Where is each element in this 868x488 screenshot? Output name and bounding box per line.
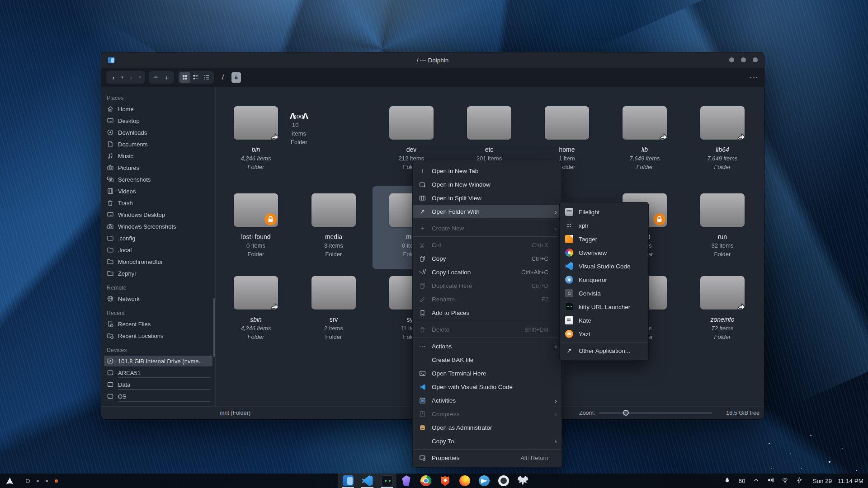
context-menu-item[interactable]: + Create New › [413, 221, 561, 235]
folder-item[interactable]: ΛΛ sbin 4,246 items Folder [217, 269, 295, 359]
back-history-dropdown[interactable]: ▾ [119, 72, 126, 83]
close-button[interactable] [753, 57, 758, 62]
sidebar-item[interactable]: Windows Desktop [101, 209, 215, 221]
folder-item[interactable]: ΛΛ media 3 items Folder [295, 186, 373, 269]
submenu-item[interactable]: Yazi [560, 327, 648, 341]
context-menu-item[interactable]: Open with Visual Studio Code [413, 380, 561, 394]
context-menu-item[interactable]: Cut Ctrl+X [413, 238, 561, 252]
desktop-indicator-current[interactable] [26, 479, 30, 483]
context-menu-item[interactable]: Create BAK file [413, 353, 561, 366]
virtual-desktop-pager[interactable] [26, 479, 58, 483]
context-menu-item[interactable]: Open in New Window [413, 178, 561, 191]
context-menu-item[interactable]: Delete Shift+Del [413, 323, 561, 336]
device-item[interactable]: AREA51 [101, 367, 215, 379]
titlebar[interactable]: / — Dolphin [101, 52, 764, 68]
zoom-slider[interactable] [599, 413, 712, 413]
taskbar-app[interactable] [494, 474, 513, 488]
folder-item[interactable]: ΛΛ lib64 7,649 items Folder [684, 99, 761, 186]
context-menu-item[interactable]: Add to Places [413, 306, 561, 319]
submenu-item[interactable]: Konqueror [560, 273, 648, 286]
submenu-item[interactable]: Tagger [560, 232, 648, 246]
volume-icon[interactable] [767, 477, 774, 485]
context-menu-item[interactable]: Open in Split View [413, 191, 561, 205]
taskbar-app[interactable] [513, 474, 533, 488]
new-button[interactable]: + [161, 72, 172, 83]
sidebar-item[interactable]: Zephyr [101, 267, 215, 279]
locked-location-icon[interactable] [231, 72, 241, 83]
context-menu-item[interactable]: + Open in New Tab [413, 164, 561, 178]
submenu-item[interactable]: Kate [560, 314, 648, 327]
folder-item[interactable]: ΛΛ boot 10 items Folder [295, 99, 303, 108]
submenu-item[interactable]: Cervisia [560, 286, 648, 300]
taskbar-app[interactable] [455, 474, 474, 488]
context-menu-item[interactable]: Copy Ctrl+C [413, 252, 561, 265]
submenu-item[interactable]: Other Application... [560, 344, 648, 357]
wifi-icon[interactable] [782, 477, 788, 485]
sidebar-item[interactable]: Recent Locations [101, 330, 215, 342]
desktop-indicator-alert[interactable] [55, 479, 58, 483]
taskbar-app[interactable] [358, 474, 377, 488]
context-menu-item[interactable]: ··· Actions › [413, 339, 561, 353]
maximize-button[interactable] [741, 57, 746, 62]
sidebar-item[interactable]: Videos [101, 185, 215, 197]
taskbar-app[interactable] [435, 474, 455, 488]
sidebar-item[interactable]: .config [101, 232, 215, 244]
submenu-item[interactable]: Filelight [560, 205, 648, 219]
sidebar-item[interactable]: Home [101, 103, 215, 115]
sidebar-item[interactable]: Pictures [101, 162, 215, 174]
folder-item[interactable]: ΛΛ srv 2 items Folder [295, 269, 373, 359]
device-item[interactable]: Data [101, 379, 215, 390]
context-menu-item[interactable]: Open Terminal Here [413, 366, 561, 380]
context-menu-item[interactable]: Activities › [413, 394, 561, 407]
context-menu-item[interactable]: Rename... F2 [413, 292, 561, 306]
desktop-indicator[interactable] [37, 480, 39, 482]
submenu-item[interactable]: kitty URL Launcher [560, 300, 648, 314]
up-button[interactable] [151, 72, 161, 83]
list-view-button[interactable] [201, 72, 212, 83]
app-launcher-arch-icon[interactable] [5, 477, 14, 485]
taskbar-app[interactable] [377, 474, 396, 488]
sidebar-item[interactable]: Downloads [101, 127, 215, 138]
device-item[interactable]: 101.8 GiB Internal Drive (nvme... [101, 355, 215, 367]
sidebar-item[interactable]: Music [101, 150, 215, 162]
zoom-slider-knob[interactable] [623, 410, 629, 416]
breadcrumb-path[interactable]: / [222, 74, 224, 81]
taskbar-app[interactable] [474, 474, 494, 488]
folder-item[interactable]: ΛΛ lost+found 0 items Folder [217, 186, 295, 269]
back-button[interactable]: ‹ [108, 72, 119, 83]
context-menu-item[interactable]: Copy To › [413, 434, 561, 448]
sidebar-item[interactable]: Windows Screenshots [101, 221, 215, 232]
sidebar-item[interactable]: Documents [101, 138, 215, 150]
folder-item[interactable]: ΛΛ lib 7,649 items Folder [606, 99, 684, 186]
device-item[interactable]: OS [101, 390, 215, 402]
sidebar-item[interactable]: Screenshots [101, 174, 215, 185]
folder-item[interactable]: ΛΛ run 32 items Folder [684, 186, 761, 269]
forward-history-dropdown[interactable]: ▾ [137, 72, 143, 83]
submenu-item[interactable]: Gwenview [560, 246, 648, 259]
sidebar-item[interactable]: Trash [101, 197, 215, 209]
clock[interactable]: Sun 29 11:14 PM [812, 478, 863, 484]
sidebar-scrollbar[interactable] [213, 298, 215, 357]
context-menu-item[interactable]: ↗ Open Folder With › [413, 205, 561, 218]
context-menu-item[interactable]: ~// Copy Location Ctrl+Alt+C [413, 265, 561, 279]
sidebar-item[interactable]: Recent Files [101, 318, 215, 330]
context-menu-item[interactable]: Compress › [413, 407, 561, 421]
tray-expand-icon[interactable] [753, 477, 760, 485]
sidebar-item[interactable]: Desktop [101, 115, 215, 127]
sidebar-item[interactable]: .local [101, 244, 215, 256]
desktop-indicator[interactable] [46, 480, 48, 482]
details-view-button[interactable] [190, 72, 201, 83]
folder-item[interactable]: ΛΛ zoneinfo 72 items Folder [684, 269, 761, 359]
forward-button[interactable]: › [126, 72, 137, 83]
taskbar-app[interactable] [338, 474, 358, 488]
minimize-button[interactable] [729, 57, 734, 62]
toolbar-overflow-button[interactable]: ··· [750, 73, 759, 82]
submenu-item[interactable]: xplr [560, 219, 648, 232]
sidebar-item[interactable]: MonochromeBlur [101, 256, 215, 267]
sidebar-item[interactable]: Network [101, 293, 215, 305]
taskbar-app[interactable] [416, 474, 435, 488]
context-menu-item[interactable]: Duplicate Here Ctrl+D [413, 279, 561, 292]
taskbar-app[interactable] [396, 474, 416, 488]
water-drop-tray-icon[interactable] [724, 477, 731, 485]
context-menu-item[interactable]: Properties Alt+Return [413, 451, 561, 465]
